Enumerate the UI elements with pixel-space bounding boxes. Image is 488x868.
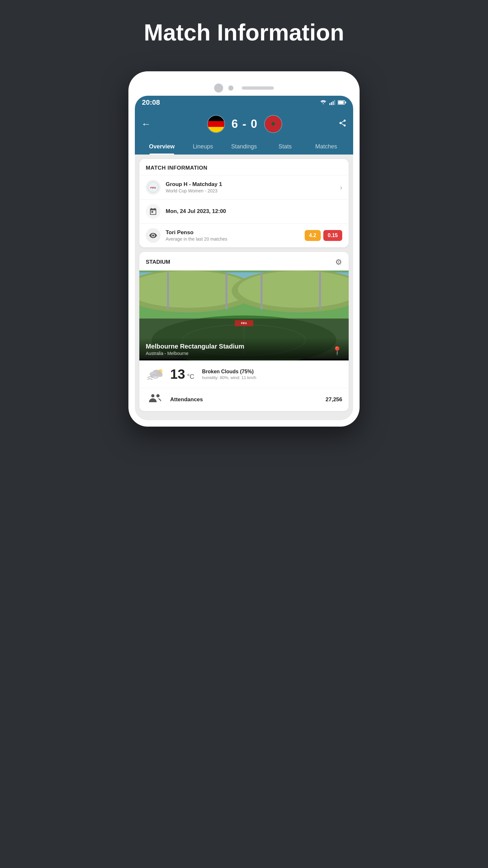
stadium-header-row: STADIUM ⚙ (139, 252, 349, 271)
competition-name: Group H - Matchday 1 (166, 181, 335, 188)
back-button[interactable]: ← (141, 119, 151, 129)
attendance-value: 27,256 (326, 396, 342, 403)
status-bar: 20:08 (135, 96, 353, 109)
attendance-icon (146, 393, 165, 406)
phone-speaker (242, 86, 274, 90)
germany-flag (207, 115, 225, 133)
weather-icon (147, 367, 164, 381)
phone-frame: 20:08 (128, 71, 360, 427)
settings-button[interactable]: ⚙ (335, 258, 342, 267)
referee-icon (149, 231, 157, 240)
svg-text:FIFA: FIFA (241, 321, 247, 325)
status-icons (320, 100, 346, 105)
svg-rect-0 (329, 103, 330, 105)
svg-rect-20 (261, 272, 263, 309)
score-section: 6 - 0 ✦ (151, 115, 338, 133)
competition-row[interactable]: FIFA Group H - Matchday 1 World Cup Wome… (139, 175, 349, 199)
temp-unit: °C (187, 373, 194, 380)
svg-point-29 (159, 369, 162, 373)
stadium-image: FIFA Melbourne Rectangular Stadium Austr… (139, 271, 349, 361)
svg-rect-1 (331, 102, 332, 105)
referee-badge-1: 4.2 (305, 230, 321, 241)
attendance-label: Attendances (170, 396, 320, 403)
temp-display: 13 °C (170, 367, 194, 382)
tab-matches[interactable]: Matches (306, 139, 347, 155)
signal-icon (329, 100, 335, 105)
tab-bar: Overview Lineups Standings Stats Matches (141, 139, 347, 155)
attendance-row: Attendances 27,256 (139, 388, 349, 411)
competition-text: Group H - Matchday 1 World Cup Women - 2… (166, 181, 335, 193)
morocco-flag: ✦ (264, 115, 282, 133)
referee-icon-wrap (146, 228, 161, 243)
match-info-card: MATCH INFORMATION FIFA Group H - Matchda… (139, 159, 349, 247)
stadium-location: Australia - Melbourne (146, 351, 244, 356)
match-info-header: MATCH INFORMATION (139, 159, 349, 175)
competition-sub: World Cup Women - 2023 (166, 188, 335, 193)
stadium-overlay: Melbourne Rectangular Stadium Australia … (139, 338, 349, 361)
competition-logo: FIFA (146, 180, 161, 195)
status-time: 20:08 (142, 98, 160, 107)
wifi-icon (320, 100, 327, 105)
weather-details: humidity: 80%, wind: 11 km/h (202, 375, 342, 380)
date-text: Mon, 24 Jul 2023, 12:00 (166, 208, 342, 215)
calendar-icon-wrap (146, 204, 161, 219)
header-top: ← 6 - 0 ✦ (141, 115, 347, 139)
app-header: ← 6 - 0 ✦ (135, 109, 353, 155)
stadium-name: Melbourne Rectangular Stadium (146, 343, 244, 350)
people-icon (148, 393, 162, 403)
svg-rect-6 (345, 101, 346, 103)
match-score: 6 - 0 (231, 117, 258, 131)
date-row: Mon, 24 Jul 2023, 12:00 (139, 199, 349, 223)
svg-rect-28 (150, 374, 162, 377)
weather-description: Broken Clouds (75%) humidity: 80%, wind:… (199, 369, 342, 380)
page-title: Match Information (144, 19, 344, 45)
svg-rect-19 (225, 272, 227, 309)
tab-stats[interactable]: Stats (265, 139, 306, 155)
stadium-card: STADIUM ⚙ (139, 252, 349, 411)
location-pin-icon[interactable]: 📍 (332, 346, 342, 356)
svg-rect-18 (167, 272, 169, 309)
svg-point-30 (151, 394, 155, 397)
tab-standings[interactable]: Standings (223, 139, 265, 155)
share-button[interactable] (338, 119, 347, 129)
stadium-info: Melbourne Rectangular Stadium Australia … (146, 343, 244, 356)
weather-desc-title: Broken Clouds (75%) (202, 369, 342, 375)
referee-row: Tori Penso Average in the last 20 matche… (139, 223, 349, 247)
svg-rect-3 (334, 100, 335, 105)
referee-badge-2: 0.15 (323, 230, 342, 241)
match-date: Mon, 24 Jul 2023, 12:00 (166, 208, 342, 215)
svg-point-31 (156, 394, 160, 397)
weather-icon-wrap (146, 367, 165, 381)
content-area: MATCH INFORMATION FIFA Group H - Matchda… (135, 155, 353, 420)
phone-screen: 20:08 (135, 96, 353, 420)
referee-sub: Average in the last 20 matches (166, 237, 299, 242)
calendar-icon (149, 207, 157, 216)
phone-top-bar (135, 78, 353, 96)
referee-badges: 4.2 0.15 (305, 230, 342, 241)
weather-row: 13 °C Broken Clouds (75%) humidity: 80%,… (139, 361, 349, 388)
tab-lineups[interactable]: Lineups (182, 139, 223, 155)
referee-text: Tori Penso Average in the last 20 matche… (166, 229, 299, 242)
competition-arrow: › (340, 184, 342, 191)
svg-text:FIFA: FIFA (150, 186, 156, 189)
svg-rect-21 (319, 272, 321, 309)
tab-overview[interactable]: Overview (141, 139, 182, 155)
svg-rect-2 (333, 101, 333, 105)
temperature: 13 (170, 367, 185, 382)
stadium-header: STADIUM (146, 259, 170, 265)
svg-rect-5 (338, 101, 344, 104)
phone-dot (228, 86, 233, 91)
phone-camera (214, 84, 223, 93)
battery-icon (338, 100, 346, 105)
referee-name: Tori Penso (166, 229, 299, 236)
